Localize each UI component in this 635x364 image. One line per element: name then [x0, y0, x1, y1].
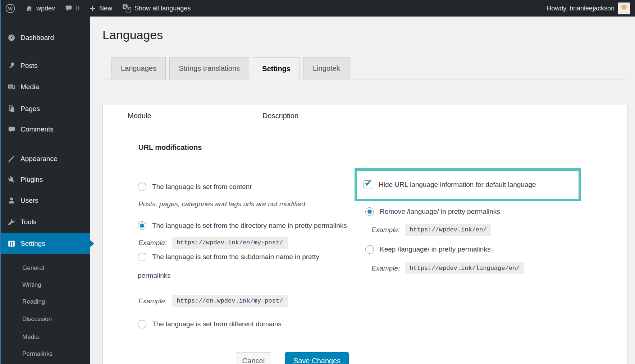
- users-icon: [8, 197, 15, 204]
- sidebar-item-media[interactable]: Media: [0, 80, 90, 94]
- checkbox-hide-url-language[interactable]: Hide URL language information for defaul…: [364, 180, 536, 189]
- section-title-url-modifications: URL modifications: [138, 143, 202, 152]
- sidebar-label: Settings: [20, 240, 45, 248]
- submenu-label: Permalinks: [22, 350, 52, 358]
- svg-text:*: *: [127, 7, 129, 13]
- radio-label: The language is set from different domai…: [152, 320, 282, 328]
- sidebar-subitem-media[interactable]: Media: [0, 331, 90, 344]
- sidebar-subitem-reading[interactable]: Reading: [0, 295, 90, 308]
- plugins-icon: [8, 176, 15, 184]
- sidebar-subitem-writing[interactable]: Writing: [0, 278, 90, 291]
- radio-label: Remove /language/ in pretty permalinks: [380, 208, 500, 216]
- submenu-label: General: [22, 264, 44, 272]
- tab-lingotek[interactable]: Lingotek: [303, 57, 350, 79]
- new-menu[interactable]: New: [84, 0, 117, 17]
- column-header-module: Module: [128, 112, 151, 120]
- howdy-account-link[interactable]: Howdy, brianleejackson: [547, 5, 615, 12]
- submenu-label: Writing: [22, 281, 41, 289]
- submenu-label: Discussion: [22, 315, 52, 323]
- tab-languages[interactable]: Languages: [111, 57, 166, 79]
- checkbox-label: Hide URL language information for defaul…: [379, 181, 536, 189]
- new-label: New: [99, 5, 112, 12]
- sidebar-label: Appearance: [20, 155, 57, 163]
- site-name: wpdev: [36, 5, 55, 12]
- example-url-keep: https://wpdev.ink/language/en/: [405, 262, 524, 274]
- radio-label: The language is set from content: [152, 183, 252, 191]
- example-directory-row: Example: https://wpdev.ink/en/my-post/: [138, 237, 288, 249]
- comment-bubble-icon: [65, 5, 72, 12]
- page-title: Languages: [102, 28, 163, 42]
- example-label: Example:: [138, 297, 167, 305]
- settings-sliders-icon: [8, 240, 15, 248]
- radio-circle-unchecked[interactable]: [138, 253, 146, 261]
- user-avatar[interactable]: [618, 3, 630, 14]
- comments-count: 0: [76, 5, 79, 12]
- dashboard-icon: [8, 34, 15, 42]
- radio-language-from-subdomain[interactable]: The language is set from the subdomain n…: [138, 248, 348, 285]
- sidebar-subitem-general[interactable]: General: [0, 262, 90, 275]
- sidebar-label: Media: [20, 83, 39, 91]
- tab-settings[interactable]: Settings: [253, 57, 300, 80]
- site-link[interactable]: wpdev: [20, 0, 60, 17]
- example-remove-row: Example: https://wpdev.ink/en/: [371, 224, 491, 236]
- sidebar-label: Tools: [20, 218, 36, 226]
- note-urls-not-modified: Posts, pages, categories and tags urls a…: [138, 200, 307, 208]
- submenu-label: Reading: [22, 298, 45, 305]
- radio-remove-language-permalinks[interactable]: Remove /language/ in pretty permalinks: [365, 207, 500, 216]
- radio-circle-unchecked[interactable]: [138, 183, 146, 191]
- main-content: Languages Languages Strings translations…: [90, 17, 635, 364]
- appearance-brush-icon: [8, 155, 15, 163]
- svg-text:W: W: [8, 5, 13, 11]
- submenu-label: Media: [22, 333, 39, 341]
- radio-circle-unchecked[interactable]: [365, 245, 374, 254]
- sidebar-label: Posts: [20, 62, 38, 70]
- radio-language-from-content[interactable]: The language is set from content: [138, 183, 252, 191]
- show-all-languages[interactable]: A* Show all languages: [117, 0, 196, 17]
- tab-bar: Languages Strings translations Settings …: [111, 57, 353, 80]
- sidebar-label: Pages: [20, 105, 40, 113]
- radio-label: The language is set from the directory n…: [152, 222, 347, 230]
- sidebar-item-plugins[interactable]: Plugins: [0, 172, 90, 187]
- column-header-description: Description: [262, 112, 298, 120]
- example-subdomain-row: Example: https://en.wpdev.ink/my-post/: [138, 295, 288, 307]
- sidebar-subitem-discussion[interactable]: Discussion: [0, 313, 90, 326]
- tab-strings-translations[interactable]: Strings translations: [169, 57, 249, 79]
- pushpin-icon: [8, 62, 15, 70]
- sidebar-label: Comments: [20, 125, 54, 133]
- radio-keep-language-permalinks[interactable]: Keep /language/ in pretty permalinks: [365, 245, 490, 254]
- plus-icon: [89, 5, 96, 12]
- radio-label: Keep /language/ in pretty permalinks: [380, 245, 490, 253]
- example-url-directory: https://wpdev.ink/en/my-post/: [172, 237, 288, 249]
- checkbox-checked[interactable]: [364, 180, 372, 189]
- admin-sidebar: Dashboard Posts Media Pages Comments App…: [0, 17, 90, 364]
- sidebar-item-dashboard[interactable]: Dashboard: [0, 31, 90, 45]
- sidebar-item-tools[interactable]: Tools: [0, 215, 90, 229]
- radio-circle-unchecked[interactable]: [138, 320, 146, 328]
- wordpress-logo-icon: W: [5, 3, 15, 14]
- tools-wrench-icon: [8, 218, 15, 226]
- example-label: Example:: [138, 239, 167, 247]
- sidebar-item-comments[interactable]: Comments: [0, 122, 90, 137]
- sidebar-label: Users: [20, 197, 38, 204]
- sidebar-label: Dashboard: [20, 34, 54, 42]
- sidebar-item-appearance[interactable]: Appearance: [0, 152, 90, 166]
- sidebar-item-posts[interactable]: Posts: [0, 59, 90, 73]
- sidebar-item-pages[interactable]: Pages: [0, 102, 90, 116]
- radio-language-from-domains[interactable]: The language is set from different domai…: [138, 320, 282, 328]
- cancel-button[interactable]: Cancel: [236, 352, 271, 364]
- wordpress-menu[interactable]: W: [0, 0, 20, 17]
- sidebar-subitem-permalinks[interactable]: Permalinks: [0, 347, 90, 360]
- example-label: Example:: [371, 264, 400, 272]
- show-all-languages-label: Show all languages: [134, 5, 191, 12]
- radio-language-from-directory[interactable]: The language is set from the directory n…: [138, 221, 347, 230]
- table-header-row: Module Description: [103, 105, 627, 127]
- sidebar-item-users[interactable]: Users: [0, 193, 90, 208]
- radio-circle-checked[interactable]: [138, 221, 146, 230]
- save-changes-button[interactable]: Save Changes: [285, 352, 349, 364]
- sidebar-item-settings[interactable]: Settings: [0, 233, 90, 254]
- radio-circle-checked[interactable]: [365, 207, 374, 216]
- example-label: Example:: [371, 226, 400, 234]
- example-url-remove: https://wpdev.ink/en/: [405, 224, 491, 236]
- home-icon: [26, 5, 33, 12]
- comments-bubble[interactable]: 0: [60, 0, 84, 17]
